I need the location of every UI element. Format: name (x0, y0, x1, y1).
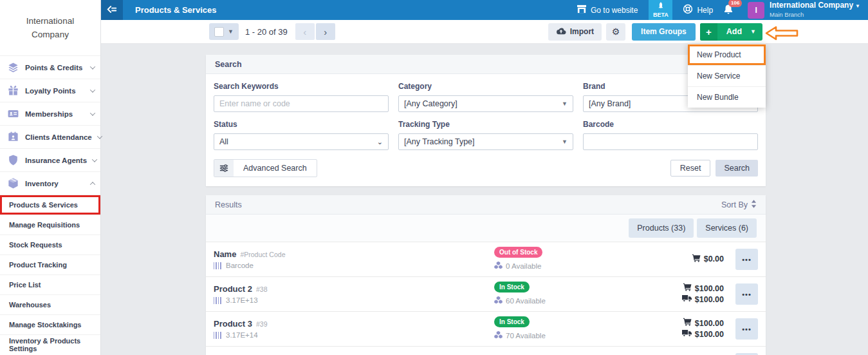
chevron-down-icon[interactable]: ▼ (750, 28, 762, 35)
import-button[interactable]: Import (548, 23, 602, 41)
status-select[interactable]: All ⌄ (214, 133, 389, 150)
sidebar-item-label: Clients Attendance (25, 133, 92, 141)
annotation-arrow (765, 26, 799, 43)
settings-gear-button[interactable]: ⚙ (606, 23, 625, 41)
sidebar-collapse-button[interactable] (101, 0, 123, 20)
company-menu[interactable]: International Company▼ Main Branch (770, 1, 860, 19)
sidebar-subitem-label: Manage Stocktakings (9, 321, 81, 329)
chevron-down-icon (90, 64, 95, 69)
avatar[interactable]: I (748, 2, 764, 19)
barcode-label: Barcode (583, 120, 758, 129)
sidebar-subitem[interactable]: Product Tracking (0, 254, 100, 274)
cart-icon (683, 318, 692, 329)
barcode-input[interactable] (583, 133, 758, 150)
id-card-icon (7, 108, 19, 120)
table-row-partial (206, 346, 766, 355)
product-barcode: 3.17E+13 (226, 296, 258, 304)
reset-button[interactable]: Reset (670, 160, 711, 177)
chevron-down-icon (90, 87, 95, 92)
results-tabs: Products (33) Services (6) (206, 215, 766, 242)
row-actions-button[interactable]: ••• (735, 318, 758, 340)
inventory-submenu: Products & Services Manage Requisitions … (0, 195, 100, 354)
go-to-website-link[interactable]: Go to website (577, 5, 638, 15)
menu-item[interactable]: New Bundle (688, 86, 766, 108)
sidebar-item-inventory[interactable]: Inventory (0, 171, 100, 195)
available-count: 60 Available (506, 297, 546, 305)
status-label: Status (214, 120, 389, 129)
toolbar-actions: Import ⚙ Item Groups + Add ▼ (548, 23, 864, 41)
results-panel: Results Sort By Products (33) Services (… (206, 195, 766, 355)
top-header-bar: Products & Services Go to website BETA H… (101, 0, 868, 20)
sidebar-subitem[interactable]: Warehouses (0, 294, 100, 314)
shield-icon (7, 154, 19, 166)
previous-page-button[interactable]: ‹ (295, 23, 315, 40)
table-row: Product 3 #39 3.17E+14 In Stock (206, 311, 766, 346)
help-lifering-icon (683, 4, 693, 16)
beta-badge[interactable]: BETA (649, 0, 672, 20)
header-right-cluster: Go to website BETA Help 106 I Internatio… (577, 0, 868, 20)
calendar-icon (7, 131, 19, 143)
select-all-dropdown[interactable]: ▼ (209, 23, 239, 40)
results-rows: Name #Product Code Barcode Out of Stock (206, 242, 766, 346)
sidebar-item-insurance-agents[interactable]: Insurance Agents (0, 148, 100, 171)
table-row: Name #Product Code Barcode Out of Stock (206, 242, 766, 276)
item-groups-button[interactable]: Item Groups (632, 23, 696, 41)
search-panel-title: Search (215, 60, 242, 69)
search-keywords-input[interactable] (214, 95, 389, 112)
notifications-button[interactable]: 106 (723, 4, 734, 17)
category-select[interactable]: [Any Category] ▼ (398, 95, 573, 112)
sidebar-item-loyalty-points[interactable]: Loyalty Points (0, 79, 100, 102)
results-tab[interactable]: Services (6) (697, 218, 757, 238)
sidebar-item-memberships[interactable]: Memberships (0, 102, 100, 125)
next-page-button[interactable]: › (316, 23, 335, 40)
chevron-down-icon: ▼ (562, 139, 568, 145)
menu-item-label: New Bundle (697, 93, 739, 102)
product-code: #Product Code (240, 251, 285, 258)
row-actions-button[interactable]: ••• (735, 283, 758, 305)
chevron-up-icon (90, 182, 95, 187)
sidebar-item-points-credits[interactable]: Points & Credits (0, 55, 100, 79)
row-actions-button[interactable]: ••• (735, 249, 758, 270)
barcode-icon (214, 332, 223, 339)
sidebar-subitem-label: Manage Requisitions (9, 221, 80, 229)
sidebar-subitem-label: Warehouses (9, 301, 51, 309)
menu-item[interactable]: New Service (688, 65, 766, 86)
product-code: #38 (256, 285, 268, 293)
select-all-checkbox[interactable] (214, 27, 224, 37)
available-count: 0 Available (506, 262, 541, 270)
sidebar-subitem-label: Products & Services (9, 201, 78, 209)
results-tab[interactable]: Products (33) (629, 218, 694, 238)
menu-item[interactable]: New Product (688, 44, 766, 65)
add-button[interactable]: + Add ▼ (700, 23, 762, 41)
cubes-icon (494, 260, 503, 272)
stock-status-badge: In Stock (494, 282, 530, 293)
sidebar-subitem[interactable]: Products & Services (0, 195, 100, 215)
sidebar-subitem[interactable]: Manage Requisitions (0, 215, 100, 235)
product-name: Product 2 (214, 284, 252, 294)
sort-by-control[interactable]: Sort By (721, 200, 757, 210)
results-panel-header: Results Sort By (206, 195, 766, 215)
search-button[interactable]: Search (716, 160, 758, 177)
cubes-icon (494, 330, 503, 341)
table-row: Product 2 #38 3.17E+13 In Stock (206, 276, 766, 311)
sidebar-subitem-label: Product Tracking (9, 261, 67, 269)
sidebar-subitem[interactable]: Price List (0, 274, 100, 294)
add-dropdown-menu: New Product New Service New Bundle (688, 44, 766, 108)
gear-icon: ⚙ (612, 26, 620, 37)
cubes-icon (494, 295, 503, 307)
sidebar-subitem-label: Inventory & Products Settings (9, 337, 100, 352)
stock-status-badge: Out of Stock (494, 247, 542, 258)
cart-icon (683, 283, 692, 294)
sidebar-subitem[interactable]: Manage Stocktakings (0, 314, 100, 334)
sidebar-item-clients-attendance[interactable]: Clients Attendance (0, 125, 100, 148)
chevron-down-icon (90, 110, 95, 115)
sale-price: $0.00 (704, 254, 724, 265)
sale-price: $100.00 (695, 318, 724, 329)
advanced-search-button[interactable]: Advanced Search (214, 159, 317, 177)
help-link[interactable]: Help (683, 4, 713, 16)
chevron-down-icon: ▼ (562, 101, 568, 107)
plus-icon[interactable]: + (700, 23, 717, 41)
tracking-type-select[interactable]: [Any Tracking Type] ▼ (398, 133, 573, 150)
sidebar-subitem[interactable]: Inventory & Products Settings (0, 334, 100, 354)
sidebar-subitem[interactable]: Stock Requests (0, 235, 100, 254)
